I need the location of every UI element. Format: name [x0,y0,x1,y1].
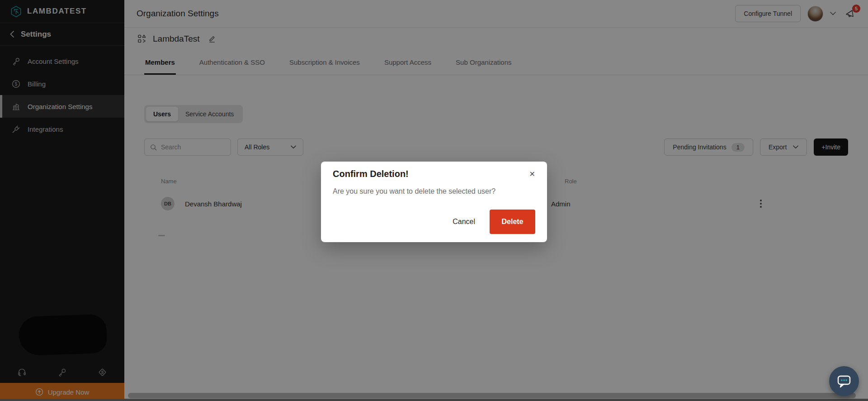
modal-header: Confirm Deletion! ✕ [333,169,535,179]
cancel-button[interactable]: Cancel [453,218,475,226]
modal-message: Are you sure you want to delete the sele… [333,187,535,196]
chat-bubble-icon [837,374,851,388]
close-icon[interactable]: ✕ [529,171,535,178]
delete-button[interactable]: Delete [490,210,535,234]
chat-widget-button[interactable] [829,366,859,396]
confirm-deletion-modal: Confirm Deletion! ✕ Are you sure you wan… [321,162,547,242]
modal-footer: Cancel Delete [333,210,535,234]
modal-title: Confirm Deletion! [333,169,409,179]
